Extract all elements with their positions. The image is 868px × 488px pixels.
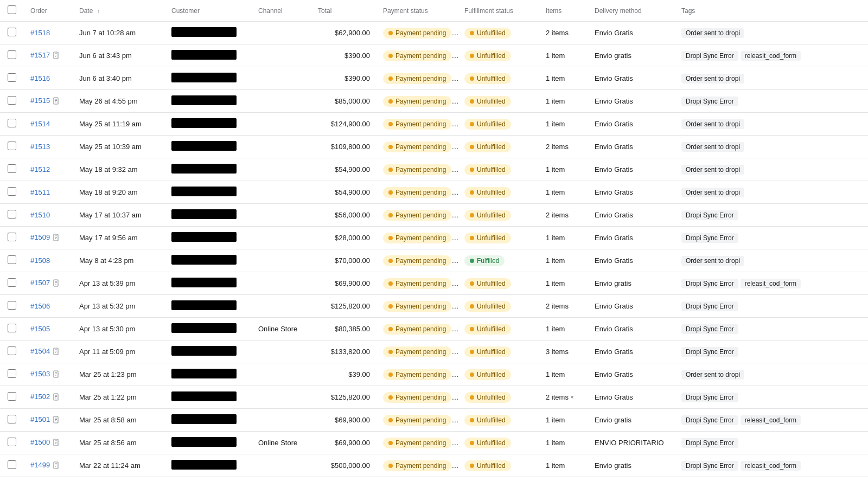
- order-number[interactable]: #1505: [30, 325, 50, 333]
- total-cell: $69,900.00: [311, 432, 376, 454]
- order-number[interactable]: #1506: [30, 302, 50, 310]
- row-checkbox[interactable]: [8, 233, 16, 241]
- order-number[interactable]: #1514: [30, 120, 50, 128]
- order-number[interactable]: #1509: [30, 233, 50, 241]
- order-number[interactable]: #1504: [30, 347, 50, 355]
- col-header-payment[interactable]: Payment status: [376, 0, 458, 22]
- col-header-fulfillment[interactable]: Fulfillment status: [458, 0, 539, 22]
- row-checkbox[interactable]: [8, 346, 16, 355]
- col-header-items[interactable]: Items: [539, 0, 588, 22]
- items-dropdown-arrow[interactable]: ▾: [571, 394, 573, 400]
- tag[interactable]: Order sent to dropi: [681, 370, 744, 380]
- tag[interactable]: Dropi Sync Error: [681, 324, 738, 334]
- channel-cell: [252, 181, 311, 204]
- row-checkbox[interactable]: [8, 415, 16, 423]
- order-number[interactable]: #1510: [30, 211, 50, 219]
- tag[interactable]: releasit_cod_form: [741, 51, 801, 61]
- tag[interactable]: releasit_cod_form: [741, 415, 801, 425]
- row-checkbox[interactable]: [8, 460, 16, 469]
- order-number[interactable]: #1511: [30, 188, 50, 196]
- table-row: #1512May 18 at 9:32 am$54,900.00Payment …: [0, 158, 868, 181]
- order-number[interactable]: #1501: [30, 415, 50, 423]
- items-cell: 1 item: [539, 409, 588, 432]
- tag[interactable]: Dropi Sync Error: [681, 393, 738, 402]
- row-checkbox[interactable]: [8, 324, 16, 332]
- items-cell: 1 item: [539, 227, 588, 249]
- select-all-header[interactable]: [0, 0, 24, 22]
- doc-icon: [53, 439, 61, 447]
- total-cell: $390.00: [311, 67, 376, 90]
- row-checkbox[interactable]: [8, 278, 16, 287]
- row-checkbox[interactable]: [8, 255, 16, 264]
- fulfillment-status-badge: Unfulfilled: [464, 233, 511, 243]
- row-checkbox[interactable]: [8, 369, 16, 378]
- col-header-tags[interactable]: Tags: [675, 0, 868, 22]
- row-checkbox[interactable]: [8, 210, 16, 219]
- total-cell: $54,900.00: [311, 181, 376, 204]
- tag[interactable]: Dropi Sync Error: [681, 210, 738, 220]
- items-count: 1 item: [546, 325, 565, 333]
- tag[interactable]: Order sent to dropi: [681, 28, 744, 38]
- tag[interactable]: Dropi Sync Error: [681, 279, 738, 288]
- fulfillment-status-cell: Unfulfilled: [458, 454, 539, 477]
- tags-cell: Dropi Sync Error: [675, 227, 868, 249]
- channel-cell: [252, 22, 311, 44]
- row-checkbox[interactable]: [8, 187, 16, 196]
- tag[interactable]: Dropi Sync Error: [681, 301, 738, 311]
- tag[interactable]: Dropi Sync Error: [681, 347, 738, 357]
- order-number[interactable]: #1516: [30, 74, 50, 82]
- customer-redacted: [171, 300, 237, 310]
- tag[interactable]: releasit_cod_form: [741, 461, 801, 471]
- fulfillment-status-badge: Unfulfilled: [464, 346, 511, 357]
- order-number[interactable]: #1515: [30, 97, 50, 105]
- tag[interactable]: Order sent to dropi: [681, 165, 744, 175]
- tag[interactable]: Dropi Sync Error: [681, 97, 738, 106]
- tag[interactable]: Dropi Sync Error: [681, 233, 738, 243]
- items-cell: 1 item: [539, 432, 588, 454]
- select-all-checkbox[interactable]: [8, 5, 16, 14]
- fulfillment-status-badge: Unfulfilled: [464, 50, 511, 61]
- tag[interactable]: releasit_cod_form: [741, 279, 801, 288]
- tag[interactable]: Order sent to dropi: [681, 142, 744, 152]
- row-checkbox[interactable]: [8, 96, 16, 105]
- row-checkbox[interactable]: [8, 119, 16, 127]
- order-number[interactable]: #1518: [30, 29, 50, 37]
- order-number[interactable]: #1507: [30, 279, 50, 287]
- row-checkbox[interactable]: [8, 301, 16, 310]
- tag[interactable]: Order sent to dropi: [681, 74, 744, 84]
- order-number[interactable]: #1500: [30, 438, 50, 446]
- tag[interactable]: Dropi Sync Error: [681, 51, 738, 61]
- row-checkbox[interactable]: [8, 392, 16, 401]
- tag[interactable]: Dropi Sync Error: [681, 461, 738, 471]
- order-number[interactable]: #1503: [30, 370, 50, 378]
- row-checkbox[interactable]: [8, 142, 16, 150]
- tag[interactable]: Order sent to dropi: [681, 119, 744, 129]
- order-number[interactable]: #1508: [30, 256, 50, 265]
- tag[interactable]: Order sent to dropi: [681, 188, 744, 197]
- order-number[interactable]: #1517: [30, 51, 50, 59]
- channel-cell: [252, 386, 311, 409]
- col-header-order[interactable]: Order: [24, 0, 73, 22]
- row-checkbox[interactable]: [8, 438, 16, 446]
- col-header-customer[interactable]: Customer: [165, 0, 252, 22]
- delivery-method-cell: Envio gratis: [588, 409, 675, 432]
- order-number[interactable]: #1512: [30, 165, 50, 174]
- col-header-total[interactable]: Total: [311, 0, 376, 22]
- col-header-delivery[interactable]: Delivery method: [588, 0, 675, 22]
- tag[interactable]: Order sent to dropi: [681, 256, 744, 266]
- items-count: 2 items: [546, 143, 569, 151]
- row-checkbox[interactable]: [8, 50, 16, 59]
- order-date-cell: Mar 25 at 8:58 am: [73, 409, 165, 432]
- payment-status-badge: Payment pending: [383, 460, 451, 471]
- col-header-channel[interactable]: Channel: [252, 0, 311, 22]
- channel-cell: [252, 454, 311, 477]
- row-checkbox[interactable]: [8, 73, 16, 82]
- order-number[interactable]: #1513: [30, 143, 50, 151]
- order-number[interactable]: #1499: [30, 461, 50, 469]
- tag[interactable]: Dropi Sync Error: [681, 438, 738, 448]
- row-checkbox[interactable]: [8, 28, 16, 36]
- col-header-date[interactable]: Date ↑: [73, 0, 165, 22]
- order-number[interactable]: #1502: [30, 393, 50, 401]
- tag[interactable]: Dropi Sync Error: [681, 415, 738, 425]
- row-checkbox[interactable]: [8, 164, 16, 173]
